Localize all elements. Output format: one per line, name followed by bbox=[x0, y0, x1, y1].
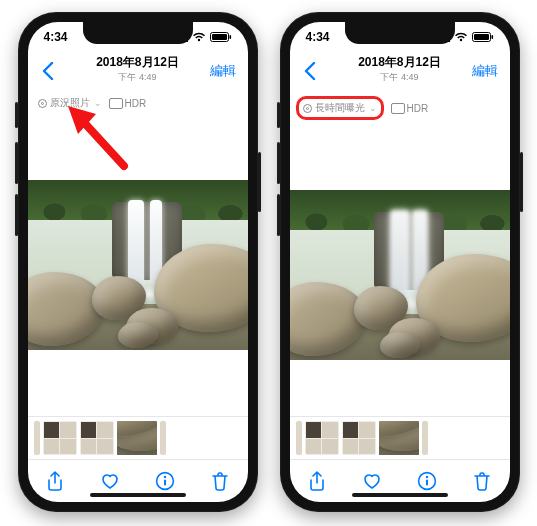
hdr-label: HDR bbox=[125, 98, 147, 109]
delete-button[interactable] bbox=[209, 470, 231, 492]
device-frame-left: 4:34 2018年8月12日 下午 4:49 bbox=[18, 12, 258, 512]
live-photo-effect-picker[interactable]: 原況照片 ⌄ bbox=[38, 96, 102, 110]
screen: 4:34 2018年8月12日 下午 4:49 bbox=[290, 22, 510, 502]
power-button bbox=[258, 152, 261, 212]
svg-rect-9 bbox=[474, 34, 489, 40]
favorite-button[interactable] bbox=[361, 470, 383, 492]
home-indicator[interactable] bbox=[90, 493, 186, 497]
thumbnail-scrubber[interactable] bbox=[290, 416, 510, 460]
screen: 4:34 2018年8月12日 下午 4:49 bbox=[28, 22, 248, 502]
photo-viewer[interactable] bbox=[28, 180, 248, 350]
live-photo-label: 長時間曝光 bbox=[315, 101, 365, 115]
home-indicator[interactable] bbox=[352, 493, 448, 497]
svg-rect-7 bbox=[164, 480, 166, 486]
volume-down bbox=[15, 194, 18, 236]
back-button[interactable] bbox=[38, 60, 58, 82]
volume-down bbox=[277, 194, 280, 236]
edit-button[interactable]: 編輯 bbox=[208, 60, 238, 82]
live-photo-effect-picker[interactable]: 長時間曝光 ⌄ bbox=[296, 96, 384, 120]
volume-up bbox=[277, 142, 280, 184]
thumbnail[interactable] bbox=[422, 421, 428, 455]
thumbnail[interactable] bbox=[160, 421, 166, 455]
hdr-icon bbox=[392, 104, 404, 113]
svg-rect-2 bbox=[229, 35, 231, 39]
live-photo-label: 原況照片 bbox=[50, 96, 90, 110]
thumbnail[interactable] bbox=[305, 421, 339, 455]
battery-icon bbox=[210, 32, 232, 42]
battery-icon bbox=[472, 32, 494, 42]
wifi-icon bbox=[454, 32, 468, 42]
chevron-down-icon: ⌄ bbox=[369, 103, 377, 113]
svg-point-6 bbox=[164, 476, 166, 478]
mute-switch bbox=[15, 102, 18, 128]
svg-rect-1 bbox=[212, 34, 227, 40]
status-time: 4:34 bbox=[306, 30, 330, 44]
hdr-badge: HDR bbox=[392, 103, 429, 114]
volume-up bbox=[15, 142, 18, 184]
nav-bar: 2018年8月12日 下午 4:49 編輯 bbox=[28, 52, 248, 90]
edit-button[interactable]: 編輯 bbox=[470, 60, 500, 82]
back-button[interactable] bbox=[300, 60, 320, 82]
notch bbox=[345, 22, 455, 44]
svg-rect-10 bbox=[491, 35, 493, 39]
live-photo-icon bbox=[38, 99, 47, 108]
thumbnail-scrubber[interactable] bbox=[28, 416, 248, 460]
thumbnail[interactable] bbox=[342, 421, 376, 455]
svg-rect-13 bbox=[426, 480, 428, 486]
thumbnail-current[interactable] bbox=[379, 421, 419, 455]
photo-viewer[interactable] bbox=[290, 190, 510, 360]
thumbnail[interactable] bbox=[43, 421, 77, 455]
favorite-button[interactable] bbox=[99, 470, 121, 492]
chevron-down-icon: ⌄ bbox=[94, 98, 102, 108]
thumbnail-current[interactable] bbox=[117, 421, 157, 455]
svg-point-12 bbox=[426, 476, 428, 478]
delete-button[interactable] bbox=[471, 470, 493, 492]
mute-switch bbox=[277, 102, 280, 128]
photo-badges: 長時間曝光 ⌄ HDR bbox=[290, 90, 510, 124]
live-photo-icon bbox=[303, 104, 312, 113]
share-button[interactable] bbox=[306, 470, 328, 492]
wifi-icon bbox=[192, 32, 206, 42]
info-button[interactable] bbox=[416, 470, 438, 492]
hdr-badge: HDR bbox=[110, 98, 147, 109]
share-button[interactable] bbox=[44, 470, 66, 492]
notch bbox=[83, 22, 193, 44]
status-time: 4:34 bbox=[44, 30, 68, 44]
thumbnail[interactable] bbox=[296, 421, 302, 455]
hdr-label: HDR bbox=[407, 103, 429, 114]
thumbnail[interactable] bbox=[80, 421, 114, 455]
power-button bbox=[520, 152, 523, 212]
nav-bar: 2018年8月12日 下午 4:49 編輯 bbox=[290, 52, 510, 90]
hdr-icon bbox=[110, 99, 122, 108]
info-button[interactable] bbox=[154, 470, 176, 492]
photo-badges: 原況照片 ⌄ HDR bbox=[28, 90, 248, 114]
device-frame-right: 4:34 2018年8月12日 下午 4:49 bbox=[280, 12, 520, 512]
thumbnail[interactable] bbox=[34, 421, 40, 455]
